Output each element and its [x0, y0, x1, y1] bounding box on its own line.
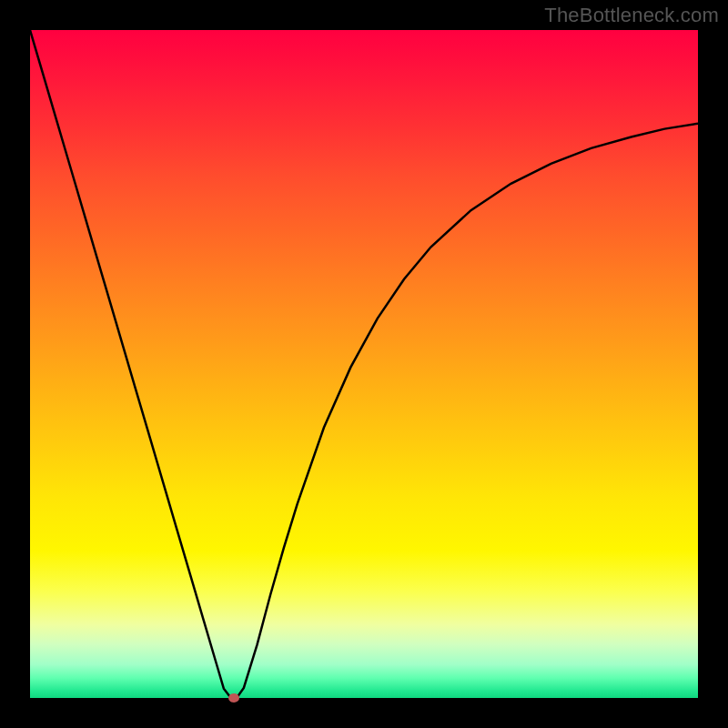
- data-curve: [30, 30, 698, 697]
- curve-plot: [30, 30, 698, 698]
- chart-container: TheBottleneck.com: [0, 0, 728, 728]
- optimal-point-marker: [228, 693, 239, 703]
- watermark-text: TheBottleneck.com: [544, 4, 719, 27]
